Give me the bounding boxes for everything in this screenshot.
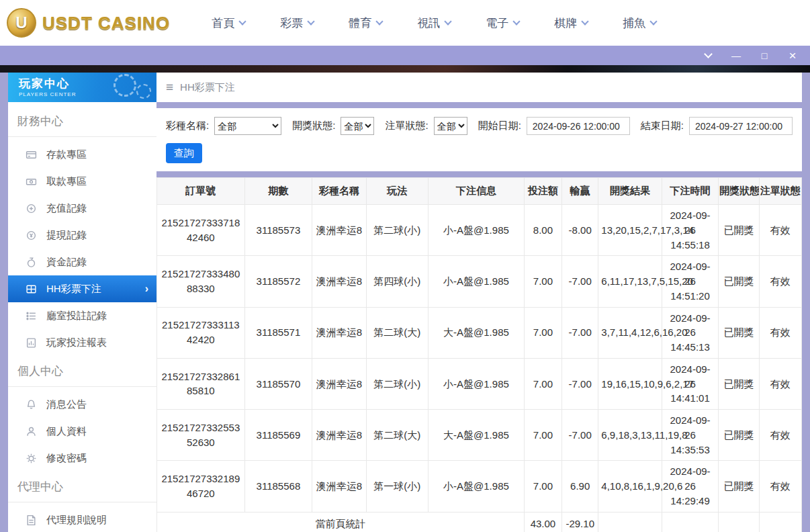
play-type-cell: 第一球(小) [366, 461, 428, 512]
order-status-label: 注單狀態: [385, 120, 428, 132]
nav-item-home[interactable]: 首頁 [212, 15, 245, 31]
brand-logo[interactable]: U USDT CASINO [7, 8, 170, 38]
nav-item-electronic[interactable]: 電子 [486, 15, 519, 31]
sidebar-item-withdraw-record[interactable]: 提現記錄 [8, 222, 156, 249]
table-row: 2152172733218946720 31185568 澳洲幸运8 第一球(小… [157, 461, 802, 512]
bet-info-cell: 小-A盤@1.985 [429, 256, 525, 307]
sidebar-item-funds-record[interactable]: 資金記錄 [8, 249, 156, 275]
sidebar-item-label: 資金記錄 [46, 256, 87, 269]
lottery-type-label: 彩種名稱: [166, 120, 209, 132]
sidebar-item-label: 消息公告 [46, 398, 87, 411]
lottery-name-cell: 澳洲幸运8 [312, 307, 366, 358]
nav-item-fishing[interactable]: 捕魚 [623, 15, 656, 31]
sidebar-item-label: 玩家投注報表 [46, 337, 107, 349]
win-loss-cell: -7.00 [562, 307, 598, 358]
top-header: U USDT CASINO 首頁 彩票 體育 視訊 電子 棋牌 捕魚 [0, 0, 810, 46]
play-type-cell: 第二球(大) [366, 307, 428, 358]
order-id-cell: 2152172733348088330 [157, 256, 245, 307]
sidebar-item-label: 廳室投註記錄 [46, 310, 107, 322]
period-cell: 31185568 [244, 461, 312, 512]
nav-item-sports[interactable]: 體育 [349, 15, 382, 31]
nav-label: 捕魚 [623, 15, 645, 31]
chevron-down-icon [704, 50, 713, 58]
order-status-cell: 有效 [759, 358, 801, 409]
col-draw-status: 開獎狀態 [719, 178, 759, 205]
empty-cell [759, 512, 801, 532]
end-date-input[interactable] [689, 117, 793, 135]
start-date-label: 開始日期: [478, 120, 521, 132]
recharge-record-icon [26, 203, 37, 214]
lottery-type-select[interactable]: 全部 [214, 117, 281, 135]
window-minimize-button[interactable]: — [731, 50, 741, 61]
window-close-button[interactable]: × [787, 50, 798, 61]
sidebar-item-hh-lottery-bet[interactable]: HH彩票下注 › [8, 275, 156, 302]
start-date-input[interactable] [527, 117, 630, 135]
deposit-icon [26, 149, 37, 161]
search-button[interactable]: 查詢 [166, 143, 202, 163]
page-summary-bet-total: 43.00 [524, 512, 561, 532]
brand-name: USDT CASINO [42, 13, 170, 34]
profile-icon [26, 426, 37, 437]
withdraw-icon [26, 176, 37, 187]
win-loss-cell: -7.00 [562, 256, 598, 307]
window-maximize-button[interactable]: □ [759, 50, 770, 61]
filter-panel: 彩種名稱: 全部 開獎狀態: 全部 注單狀態: 全部 開始日期: 結束日期: 查… [156, 108, 802, 171]
sidebar-item-label: HH彩票下注 [46, 283, 101, 296]
sidebar-item-change-password[interactable]: 修改密碼 [8, 445, 156, 472]
order-id-cell: 2152172733311342420 [157, 307, 245, 358]
draw-status-cell: 已開獎 [719, 307, 759, 358]
sidebar-item-recharge-record[interactable]: 充值記錄 [8, 195, 156, 222]
chevron-down-icon [238, 17, 246, 25]
lottery-name-cell: 澳洲幸运8 [312, 205, 366, 256]
order-status-cell: 有效 [759, 205, 801, 256]
nav-item-boardgames[interactable]: 棋牌 [554, 15, 588, 31]
player-bet-report-icon [26, 337, 37, 349]
sidebar-item-label: 修改密碼 [46, 452, 87, 465]
window-dropdown-button[interactable] [703, 50, 713, 61]
order-id-cell: 2152172733218946720 [157, 461, 245, 512]
draw-status-select[interactable]: 全部 [341, 117, 374, 135]
nav-item-video[interactable]: 視訊 [417, 15, 451, 31]
nav-label: 體育 [349, 15, 371, 31]
draw-status-cell: 已開獎 [719, 358, 759, 409]
hamburger-icon[interactable]: ≡ [166, 80, 173, 95]
period-cell: 31185571 [244, 307, 312, 358]
page-summary-row: 當前頁統計 43.00 -29.10 [157, 512, 802, 532]
nav-label: 彩票 [280, 15, 303, 31]
sidebar-item-room-bet-record[interactable]: 廳室投註記錄 [8, 302, 156, 329]
period-cell: 31185570 [244, 358, 312, 409]
order-status-cell: 有效 [759, 307, 801, 358]
lottery-name-cell: 澳洲幸运8 [312, 461, 366, 512]
bet-info-cell: 小-A盤@1.985 [429, 358, 525, 409]
draw-result-cell: 6,11,17,13,7,5,15,20 [598, 256, 662, 307]
col-lottery-name: 彩種名稱 [312, 178, 366, 205]
room-bet-record-icon [26, 310, 37, 322]
sidebar-item-profile[interactable]: 個人資料 [8, 418, 156, 445]
sidebar-item-deposit[interactable]: 存款專區 [8, 141, 156, 168]
agent-rules-icon [26, 515, 37, 526]
draw-result-cell: 3,7,11,4,12,6,16,20 [598, 307, 662, 358]
table-row: 2152172733311342420 31185571 澳洲幸运8 第二球(大… [157, 307, 802, 358]
nav-label: 棋牌 [554, 15, 577, 31]
lottery-name-cell: 澳洲幸运8 [312, 410, 366, 461]
sidebar-body: 財務中心 存款專區 取款專區 充值記錄 提現記錄 資金記錄 [8, 102, 156, 532]
lottery-bet-icon [26, 283, 37, 295]
sidebar-item-label: 提現記錄 [46, 229, 87, 242]
nav-item-lottery[interactable]: 彩票 [280, 15, 314, 31]
section-heading-agent: 代理中心 [8, 472, 156, 502]
bet-amount-cell: 7.00 [524, 256, 561, 307]
sidebar-item-player-bet-report[interactable]: 玩家投注報表 [8, 329, 156, 356]
poker-chip-decoration [114, 74, 136, 97]
order-status-select[interactable]: 全部 [434, 117, 467, 135]
sidebar-item-agent-rules[interactable]: 代理規則說明 [8, 506, 156, 532]
nav-label: 視訊 [417, 15, 440, 31]
main-nav: 首頁 彩票 體育 視訊 電子 棋牌 捕魚 [212, 15, 656, 31]
page-header-bar: ≡ HH彩票下注 [156, 73, 802, 102]
col-play-type: 玩法 [366, 178, 428, 205]
period-cell: 31185572 [244, 256, 312, 307]
chevron-down-icon [581, 17, 588, 25]
chevron-down-icon [375, 17, 383, 25]
play-type-cell: 第二球(小) [366, 358, 428, 409]
sidebar-item-withdraw[interactable]: 取款專區 [8, 168, 156, 195]
sidebar-item-announcements[interactable]: 消息公告 [8, 391, 156, 418]
